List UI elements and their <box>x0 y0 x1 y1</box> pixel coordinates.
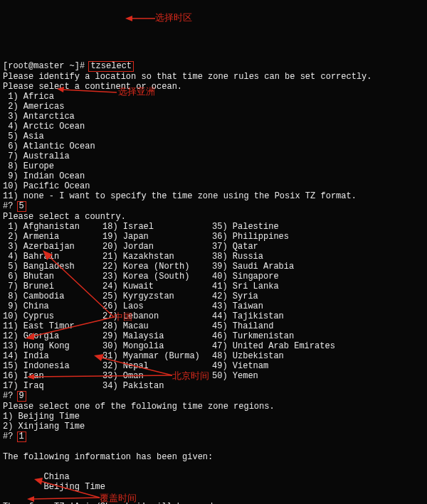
continent-option: 2) Americas <box>3 102 64 112</box>
continent-option: 6) Atlantic Ocean <box>3 141 95 151</box>
continent-option: 11) none - I want to specify the time zo… <box>3 191 357 201</box>
continent-option: 10) Pacific Ocean <box>3 181 90 191</box>
country-option: 29) Malaysia <box>102 331 212 341</box>
country-option: 21) Kazakhstan <box>102 252 212 262</box>
country-option: 23) Korea (South) <box>102 272 212 282</box>
country-option: 3) Azerbaijan <box>3 242 102 252</box>
country-option: 9) China <box>3 301 102 311</box>
country-option: 45) Thailand <box>212 321 273 331</box>
continent-option: 8) Europe <box>3 161 54 171</box>
country-option: 14) India <box>3 351 102 361</box>
shell-prompt: [root@master ~]# <box>3 61 85 71</box>
region-option: 2) Xinjiang Time <box>3 422 85 431</box>
country-option: 39) Saudi Arabia <box>212 262 294 272</box>
country-option: 5) Bangladesh <box>3 262 102 272</box>
prompt-marker: #? <box>3 201 13 211</box>
country-answer[interactable]: 9 <box>17 391 26 402</box>
country-option: 35) Palestine <box>212 222 279 232</box>
country-option: 16) Iran <box>3 371 102 381</box>
country-option: 12) Georgia <box>3 331 102 341</box>
country-option: 43) Taiwan <box>212 301 263 311</box>
country-option: 46) Turkmenistan <box>212 331 294 341</box>
intro-line-2: Please select a continent or ocean. <box>3 82 182 92</box>
continent-answer[interactable]: 5 <box>17 201 26 212</box>
terminal-output: [root@master ~]# tzselect Please identif… <box>0 50 427 504</box>
summary-country: China <box>3 472 70 482</box>
regions-header: Please select one of the following time … <box>3 402 275 412</box>
country-option: 1) Afghanistan <box>3 222 102 232</box>
country-option: 44) Tajikistan <box>212 311 284 321</box>
country-option: 50) Yemen <box>212 371 258 381</box>
country-option: 2) Armenia <box>3 232 102 242</box>
region-answer[interactable]: 1 <box>17 431 26 442</box>
continent-option: 4) Arctic Ocean <box>3 122 85 132</box>
country-option: 32) Nepal <box>102 361 212 371</box>
country-option: 17) Iraq <box>3 381 102 391</box>
country-option: 20) Jordan <box>102 242 212 252</box>
country-option: 38) Russia <box>212 252 263 262</box>
country-option: 34) Pakistan <box>102 381 212 391</box>
country-option: 26) Laos <box>102 301 212 311</box>
country-option: 7) Brunei <box>3 282 102 291</box>
country-option: 37) Qatar <box>212 242 258 252</box>
country-option: 6) Bhutan <box>3 272 102 282</box>
country-option: 10) Cyprus <box>3 311 102 321</box>
summary-header: The following information has been given… <box>3 452 213 462</box>
country-option: 13) Hong Kong <box>3 341 102 351</box>
continent-option: 7) Australia <box>3 151 70 161</box>
country-option: 42) Syria <box>212 291 258 301</box>
region-option: 1) Beijing Time <box>3 412 80 422</box>
country-option: 22) Korea (North) <box>102 262 212 272</box>
arrow-icon <box>125 14 155 24</box>
country-option: 49) Vietnam <box>212 361 268 371</box>
intro-line-1: Please identify a location so that time … <box>3 72 371 82</box>
country-option: 41) Sri Lanka <box>212 282 279 291</box>
continent-option: 3) Antarctica <box>3 112 75 122</box>
country-option: 19) Japan <box>102 232 212 242</box>
country-option: 30) Mongolia <box>102 341 212 351</box>
country-option: 40) Singapore <box>212 272 279 282</box>
country-option: 48) Uzbekistan <box>212 351 284 361</box>
summary-timezone: Beijing Time <box>3 482 105 492</box>
prompt-marker: #? <box>3 431 13 441</box>
country-option: 25) Kyrgyzstan <box>102 291 212 301</box>
country-option: 11) East Timor <box>3 321 102 331</box>
country-option: 8) Cambodia <box>3 291 102 301</box>
country-option: 15) Indonesia <box>3 361 102 371</box>
prompt-marker: #? <box>3 391 13 401</box>
country-option: 28) Macau <box>102 321 212 331</box>
country-option: 33) Oman <box>102 371 212 381</box>
svg-marker-1 <box>125 16 132 21</box>
country-option: 31) Myanmar (Burma) <box>102 351 212 361</box>
command-input[interactable]: tzselect <box>88 61 134 72</box>
continent-option: 1) Africa <box>3 92 54 102</box>
country-option: 36) Philippines <box>212 232 289 242</box>
annotation-select-tz: 选择时区 <box>155 13 192 23</box>
country-option: 47) United Arab Emirates <box>212 341 335 351</box>
continent-option: 9) Indian Ocean <box>3 171 85 181</box>
continent-option: 5) Asia <box>3 132 44 141</box>
country-option: 18) Israel <box>102 222 212 232</box>
country-option: 4) Bahrain <box>3 252 102 262</box>
country-option: 24) Kuwait <box>102 282 212 291</box>
country-option: 27) Lebanon <box>102 311 212 321</box>
countries-header: Please select a country. <box>3 212 126 222</box>
